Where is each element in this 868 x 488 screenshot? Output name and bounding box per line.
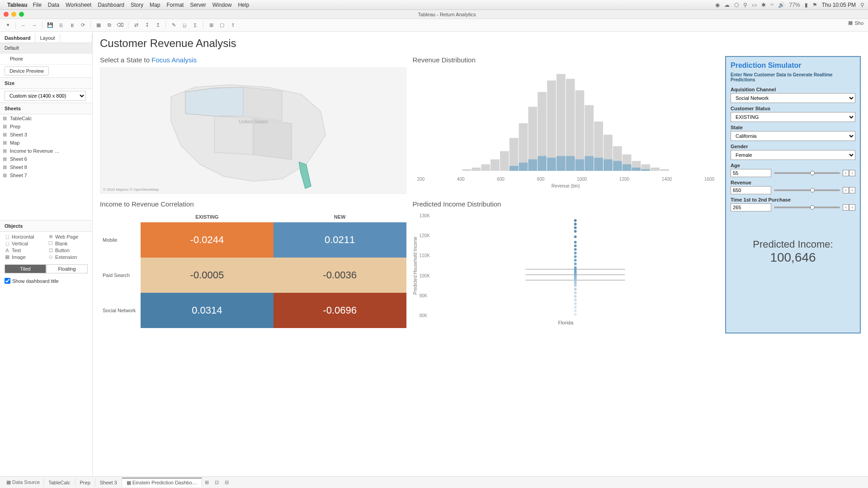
sort-asc-button[interactable]: ↧	[142, 21, 152, 30]
object-horizontal[interactable]: ⎕Horizontal	[5, 234, 44, 239]
menu-story[interactable]: Story	[131, 2, 143, 8]
sheet-tab[interactable]: TableCalc	[44, 479, 75, 487]
sheet-tab-active[interactable]: ▦ Einstein Prediction Dashbo…	[122, 478, 202, 487]
duplicate-button[interactable]: ⧉	[104, 21, 114, 30]
new-worksheet-button[interactable]: ▦	[94, 21, 104, 30]
sheet-item[interactable]: Prep	[0, 122, 92, 131]
histogram-card[interactable]: Revenue Distribution 200 400 600 800 100…	[413, 56, 719, 194]
forward-button[interactable]: →	[29, 21, 39, 30]
sheet-item[interactable]: TableCalc	[0, 114, 92, 122]
tab-dashboard[interactable]: Dashboard	[0, 33, 35, 42]
highlight-button[interactable]: ✎	[169, 21, 179, 30]
show-me-button[interactable]: ▦Sho	[848, 20, 863, 26]
time-input[interactable]	[731, 203, 771, 211]
floating-button[interactable]: Floating	[46, 264, 88, 273]
wifi-icon[interactable]: ⌔	[770, 2, 774, 8]
map-card[interactable]: Select a State to Focus Analysis United …	[100, 56, 406, 194]
gender-select[interactable]: Female	[731, 150, 855, 160]
battery-icon[interactable]: ▮	[805, 2, 808, 8]
revenue-input[interactable]	[731, 186, 771, 194]
sheet-item[interactable]: Income to Revenue …	[0, 147, 92, 155]
revenue-step-down[interactable]: ‹	[843, 187, 849, 193]
menu-map[interactable]: Map	[150, 2, 160, 8]
tableau-logo-icon[interactable]: ✦	[3, 21, 13, 30]
presentation-button[interactable]: ▢	[217, 21, 227, 30]
sheet-tab[interactable]: Sheet 3	[95, 479, 122, 487]
sheet-item[interactable]: Sheet 7	[0, 171, 92, 179]
object-text[interactable]: AText	[5, 247, 44, 253]
group-button[interactable]: ⌸	[179, 21, 189, 30]
refresh-button[interactable]: ⟳	[78, 21, 88, 30]
flag-icon[interactable]: ⚑	[812, 2, 817, 8]
object-extension[interactable]: ◇Extension	[48, 254, 88, 260]
fit-dropdown[interactable]: ⊞	[206, 21, 216, 30]
time-step-down[interactable]: ‹	[843, 204, 849, 211]
histogram-viz[interactable]: 200 400 600 800 1000 1200 1400 1600 Reve…	[413, 67, 719, 194]
share-button[interactable]: ⇪	[228, 21, 238, 30]
swap-button[interactable]: ⇄	[131, 21, 141, 30]
menu-help[interactable]: Help	[238, 2, 249, 8]
object-webpage[interactable]: ⊕Web Page	[48, 234, 88, 239]
device-phone[interactable]: Phone	[0, 54, 92, 65]
object-button[interactable]: ◻Button	[48, 247, 88, 253]
scatter-card[interactable]: Predicted Income Distribution Predicted …	[413, 200, 719, 333]
minimize-window-button[interactable]	[11, 12, 16, 17]
menu-window[interactable]: Window	[212, 2, 232, 8]
scatter-viz[interactable]: Predicted Household Income 130K 120K 110…	[413, 211, 719, 333]
object-image[interactable]: ▦Image	[5, 254, 44, 260]
menu-format[interactable]: Format	[166, 2, 184, 8]
age-slider[interactable]	[774, 172, 840, 174]
search-icon[interactable]: ⚲	[743, 2, 747, 8]
menu-data[interactable]: Data	[48, 2, 59, 8]
age-step-up[interactable]: ›	[849, 170, 855, 176]
globe-icon[interactable]: ◉	[715, 2, 720, 8]
display-icon[interactable]: ▭	[752, 2, 757, 8]
state-select[interactable]: California	[731, 131, 855, 141]
customer-status-select[interactable]: EXISTING	[731, 112, 855, 122]
menu-worksheet[interactable]: Worksheet	[66, 2, 91, 8]
sort-desc-button[interactable]: ↥	[153, 21, 163, 30]
dropbox-icon[interactable]: ⬡	[734, 2, 739, 8]
sheet-item[interactable]: Sheet 3	[0, 131, 92, 139]
menu-dashboard[interactable]: Dashboard	[98, 2, 124, 8]
battery-percent[interactable]: 77%	[789, 2, 800, 8]
size-select[interactable]: Custom size (1400 x 800)	[5, 91, 86, 101]
new-dashboard-tab-button[interactable]: ⊡	[212, 479, 222, 485]
tab-layout[interactable]: Layout	[35, 33, 60, 42]
clear-button[interactable]: ⌫	[115, 21, 125, 30]
show-title-checkbox[interactable]	[5, 278, 10, 284]
save-button[interactable]: 💾	[45, 21, 55, 30]
menu-server[interactable]: Server	[190, 2, 206, 8]
map-viz[interactable]: United States © 2020 Mapbox © OpenStreet…	[100, 67, 406, 194]
bluetooth-icon[interactable]: ✱	[761, 2, 766, 8]
tiled-button[interactable]: Tiled	[5, 264, 46, 273]
new-story-tab-button[interactable]: ⊟	[222, 479, 232, 485]
time-slider[interactable]	[774, 206, 840, 208]
cloud-icon[interactable]: ☁	[724, 2, 730, 8]
object-vertical[interactable]: ⎕Vertical	[5, 240, 44, 246]
menu-file[interactable]: File	[33, 2, 41, 8]
age-step-down[interactable]: ‹	[843, 170, 849, 176]
datasource-tab[interactable]: ▦ Data Source	[3, 478, 44, 487]
back-button[interactable]: ←	[19, 21, 28, 30]
totals-button[interactable]: Σ	[190, 21, 200, 30]
pause-button[interactable]: ⏸	[67, 21, 77, 30]
sheet-item[interactable]: Sheet 6	[0, 155, 92, 163]
device-preview-button[interactable]: Device Preview	[5, 66, 49, 75]
revenue-slider[interactable]	[774, 189, 840, 191]
sheet-tab[interactable]: Prep	[75, 479, 95, 487]
new-datasource-button[interactable]: ⎘	[56, 21, 66, 30]
sheet-item[interactable]: Map	[0, 139, 92, 147]
new-worksheet-tab-button[interactable]: ⊞	[202, 479, 212, 485]
age-input[interactable]	[731, 169, 771, 177]
correlation-card[interactable]: Income to Revenue Correlation EXISTING N…	[100, 200, 406, 333]
sheet-item[interactable]: Sheet 8	[0, 163, 92, 171]
app-name[interactable]: Tableau	[7, 2, 27, 8]
zoom-window-button[interactable]	[19, 12, 24, 17]
close-window-button[interactable]	[4, 12, 9, 17]
time-step-up[interactable]: ›	[849, 204, 855, 211]
aq-channel-select[interactable]: Social Network	[731, 93, 855, 103]
menubar-clock[interactable]: Thu 10:05 PM	[822, 2, 856, 8]
volume-icon[interactable]: 🔊	[778, 2, 785, 8]
spotlight-icon[interactable]: ⚲	[860, 2, 864, 8]
